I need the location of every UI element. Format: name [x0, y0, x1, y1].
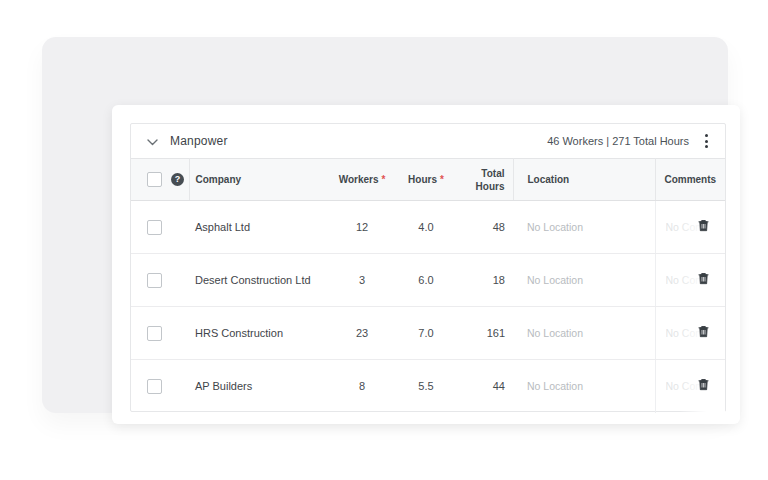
column-header-hours: Hours* — [395, 159, 457, 201]
hours-cell[interactable]: 7.0 — [395, 307, 457, 360]
device-frame: Manpower 46 Workers | 271 Total Hours — [42, 37, 728, 413]
row-checkbox[interactable] — [147, 379, 162, 394]
column-header-workers: Workers* — [329, 159, 395, 201]
total-hours-cell: 48 — [457, 201, 513, 254]
select-all-checkbox[interactable] — [147, 172, 162, 187]
workers-hours-summary: 46 Workers | 271 Total Hours — [547, 135, 689, 147]
table-header-row: ? Company Workers* Hours* Total Hours Lo… — [131, 159, 725, 201]
help-icon[interactable]: ? — [171, 173, 184, 186]
location-cell[interactable]: No Location — [513, 360, 655, 413]
delete-row-button[interactable] — [696, 324, 711, 343]
kebab-menu-button[interactable] — [702, 131, 711, 151]
hours-cell[interactable]: 5.5 — [395, 360, 457, 413]
table-row: Desert Construction Ltd 3 6.0 18 No Loca… — [131, 254, 725, 307]
comments-cell[interactable]: No Comments — [655, 307, 725, 360]
content-card: Manpower 46 Workers | 271 Total Hours — [112, 105, 740, 424]
manpower-panel: Manpower 46 Workers | 271 Total Hours — [130, 123, 726, 412]
comments-cell[interactable]: No Comments — [655, 254, 725, 307]
delete-row-button[interactable] — [696, 218, 711, 237]
required-asterisk: * — [381, 174, 385, 185]
location-cell[interactable]: No Location — [513, 307, 655, 360]
column-header-comments: Comments — [655, 159, 725, 201]
workers-cell[interactable]: 12 — [329, 201, 395, 254]
trash-icon — [698, 273, 709, 288]
delete-row-button[interactable] — [696, 377, 711, 396]
total-hours-cell: 161 — [457, 307, 513, 360]
total-hours-cell: 18 — [457, 254, 513, 307]
row-checkbox[interactable] — [147, 273, 162, 288]
company-cell: AP Builders — [189, 360, 329, 413]
collapse-toggle-button[interactable] — [145, 134, 159, 148]
column-header-company: Company — [189, 159, 329, 201]
workers-cell[interactable]: 3 — [329, 254, 395, 307]
row-checkbox[interactable] — [147, 220, 162, 235]
trash-icon — [698, 220, 709, 235]
delete-row-button[interactable] — [696, 271, 711, 290]
table-row: Asphalt Ltd 12 4.0 48 No Location No Com… — [131, 201, 725, 254]
total-hours-cell: 44 — [457, 360, 513, 413]
company-cell: Desert Construction Ltd — [189, 254, 329, 307]
kebab-menu-icon — [705, 134, 708, 148]
company-cell: Asphalt Ltd — [189, 201, 329, 254]
column-header-location: Location — [513, 159, 655, 201]
company-cell: HRS Construction — [189, 307, 329, 360]
panel-title: Manpower — [170, 134, 228, 148]
panel-header: Manpower 46 Workers | 271 Total Hours — [131, 124, 725, 158]
table-row: AP Builders 8 5.5 44 No Location No Comm… — [131, 360, 725, 413]
workers-cell[interactable]: 23 — [329, 307, 395, 360]
comments-cell[interactable]: No Comments — [655, 201, 725, 254]
hours-cell[interactable]: 4.0 — [395, 201, 457, 254]
location-cell[interactable]: No Location — [513, 254, 655, 307]
comments-cell[interactable]: No Comments — [655, 360, 725, 413]
workers-cell[interactable]: 8 — [329, 360, 395, 413]
trash-icon — [698, 326, 709, 341]
table-row: HRS Construction 23 7.0 161 No Location … — [131, 307, 725, 360]
row-checkbox[interactable] — [147, 326, 162, 341]
manpower-table: ? Company Workers* Hours* Total Hours Lo… — [131, 158, 725, 413]
chevron-down-icon — [147, 134, 158, 149]
column-header-total-hours: Total Hours — [457, 159, 513, 201]
required-asterisk: * — [440, 174, 444, 185]
location-cell[interactable]: No Location — [513, 201, 655, 254]
trash-icon — [698, 379, 709, 394]
hours-cell[interactable]: 6.0 — [395, 254, 457, 307]
